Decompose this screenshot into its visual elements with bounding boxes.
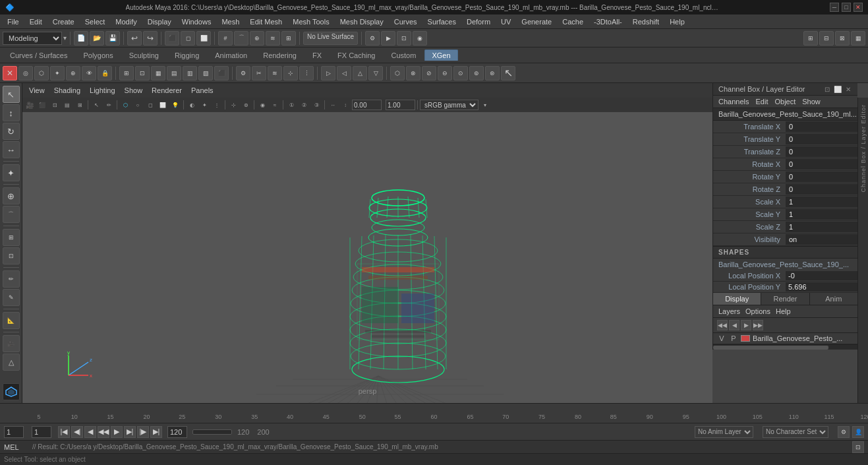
live-surface-button[interactable]: No Live Surface <box>303 32 358 45</box>
vp-tb-camera[interactable]: 🎥 <box>24 99 36 111</box>
vp-transform-input1[interactable] <box>352 100 382 110</box>
undo-button[interactable]: ↩ <box>127 31 142 46</box>
vp-tb-safe[interactable]: ⊞ <box>74 99 86 111</box>
camera-tool[interactable]: 🎥 <box>3 335 20 352</box>
layer-visibility[interactable]: V <box>717 334 726 342</box>
panel-scrollbar-thumb[interactable] <box>713 346 828 350</box>
tool-icon-23[interactable]: ▽ <box>368 66 383 80</box>
minimize-button[interactable]: ─ <box>830 3 839 12</box>
vp-menu-show[interactable]: Show <box>121 86 147 95</box>
menu-generate[interactable]: Generate <box>517 16 556 27</box>
measure-tool[interactable]: 📐 <box>3 312 20 329</box>
vp-grid-btn[interactable]: ⊹ <box>227 99 239 111</box>
tab-custom[interactable]: Custom <box>384 49 424 61</box>
snap-view-button[interactable]: ⊞ <box>281 31 296 46</box>
prev-frame-button[interactable]: ◀ <box>84 426 96 438</box>
tab-curves-surfaces[interactable]: Curves / Surfaces <box>3 49 74 61</box>
vp-gamma-select[interactable]: sRGB gamma <box>420 100 478 110</box>
vp-menu-shading[interactable]: Shading <box>50 86 84 95</box>
panel-ctrl-close[interactable]: ✕ <box>844 86 852 93</box>
maximize-button[interactable]: □ <box>842 3 851 12</box>
scale-tool[interactable]: ↔ <box>3 141 20 158</box>
ui-layout-button-4[interactable]: ▦ <box>851 31 865 46</box>
ch-val-visibility[interactable]: on <box>786 234 857 245</box>
ch-val-rotatex[interactable]: 0 <box>786 159 857 170</box>
menu-file[interactable]: File <box>3 16 24 27</box>
timeline[interactable]: 5 10 15 20 25 30 35 40 45 50 55 60 65 70… <box>0 403 868 423</box>
vp-tb-select[interactable]: ↖ <box>90 99 102 111</box>
panel-ctrl-undock[interactable]: ⊡ <box>823 86 831 93</box>
tool-icon-20[interactable]: ▷ <box>321 66 335 80</box>
vp-xray-joints[interactable]: ⋮ <box>211 99 223 111</box>
menu-windows[interactable]: Windows <box>177 16 216 27</box>
tool-icon-26[interactable]: ⊘ <box>422 66 436 80</box>
tool-icon-11[interactable]: ▤ <box>167 66 181 80</box>
layers-menu-layers[interactable]: Layers <box>718 307 740 315</box>
ui-layout-button-3[interactable]: ⊠ <box>835 31 850 46</box>
tool-icon-8[interactable]: ⊞ <box>119 66 134 80</box>
vp-res2[interactable]: ② <box>298 99 310 111</box>
vp-xray-btn[interactable]: ✦ <box>198 99 210 111</box>
menu-edit[interactable]: Edit <box>25 16 47 27</box>
script-mode-label[interactable]: MEL <box>4 443 27 451</box>
tab-animation[interactable]: Animation <box>208 49 254 61</box>
tool-icon-21[interactable]: ◁ <box>337 66 351 80</box>
vp-menu-lighting[interactable]: Lighting <box>86 86 119 95</box>
universal-manip[interactable]: ✦ <box>3 164 20 181</box>
ch-val-translatez[interactable]: 0 <box>786 146 857 157</box>
vp-menu-renderer[interactable]: Renderer <box>148 86 186 95</box>
play-forward-button[interactable]: ▶ <box>111 426 123 438</box>
paint-tool[interactable]: ✏ <box>3 270 20 288</box>
vp-shadow-btn[interactable]: ◐ <box>186 99 198 111</box>
tool-icon-24[interactable]: ⬡ <box>390 66 405 80</box>
menu-mesh-tools[interactable]: Mesh Tools <box>288 16 333 27</box>
tab-fx[interactable]: FX <box>305 49 329 61</box>
vp-aa[interactable]: ≈ <box>269 99 281 111</box>
menu-redshift[interactable]: Redshift <box>628 16 664 27</box>
script-editor-button[interactable]: ⊡ <box>852 441 864 453</box>
lasso-select-button[interactable]: ◻ <box>181 31 195 46</box>
vp-tb-paint[interactable]: ✏ <box>103 99 115 111</box>
menu-3dtoall[interactable]: -3DtoAll- <box>589 16 627 27</box>
tool-icon-22[interactable]: △ <box>353 66 367 80</box>
local-pos-val-x[interactable]: -0 <box>786 271 857 280</box>
tool-icon-14[interactable]: ⬛ <box>214 66 229 80</box>
layer-playback[interactable]: P <box>729 334 738 342</box>
paint-select-button[interactable]: ⬜ <box>196 31 211 46</box>
go-to-start-button[interactable]: |◀ <box>58 426 70 438</box>
vp-light-btn[interactable]: 💡 <box>169 99 181 111</box>
snap-curve-button[interactable]: ⌒ <box>234 31 248 46</box>
play-back-button[interactable]: ◀◀ <box>98 426 109 438</box>
tool-icon-7[interactable]: 🔒 <box>98 66 112 80</box>
tool-icon-9[interactable]: ⊡ <box>135 66 150 80</box>
layer-editor-btn[interactable]: ⊞ <box>3 229 20 246</box>
anim-layer-select[interactable]: No Anim Layer <box>695 426 753 438</box>
tab-rigging[interactable]: Rigging <box>167 49 206 61</box>
tool-icon-12[interactable]: ▥ <box>183 66 197 80</box>
layer-icon-next-next[interactable]: ▶▶ <box>753 320 763 330</box>
open-file-button[interactable]: 📂 <box>90 31 104 46</box>
local-pos-val-y[interactable]: 5.696 <box>786 282 857 292</box>
vp-gamma-arrow[interactable]: ▾ <box>479 99 491 111</box>
tool-icon-27[interactable]: ⊖ <box>438 66 452 80</box>
tool-icon-18[interactable]: ⊹ <box>283 66 298 80</box>
ui-layout-button-2[interactable]: ⊟ <box>819 31 834 46</box>
render-button[interactable]: ▶ <box>381 31 395 46</box>
vp-smooth-btn[interactable]: ○ <box>132 99 144 111</box>
ch-val-scaley[interactable]: 1 <box>786 209 857 220</box>
current-frame-input[interactable] <box>4 426 24 438</box>
vp-flat-btn[interactable]: ◻ <box>144 99 156 111</box>
menu-curves[interactable]: Curves <box>390 16 422 27</box>
go-to-end-button[interactable]: ▶| <box>150 426 162 438</box>
workspace-arrow[interactable]: ▾ <box>63 34 67 42</box>
menu-uv[interactable]: UV <box>496 16 515 27</box>
tool-icon-10[interactable]: ▦ <box>151 66 165 80</box>
annotate-tool[interactable]: ✎ <box>3 289 20 306</box>
frame-end-input[interactable] <box>167 426 187 438</box>
tool-icon-6[interactable]: 👁 <box>82 66 96 80</box>
vp-res1[interactable]: ① <box>285 99 297 111</box>
ipr-button[interactable]: ◉ <box>413 31 427 46</box>
menu-deform[interactable]: Deform <box>462 16 495 27</box>
menu-modify[interactable]: Modify <box>111 16 141 27</box>
tool-icon-25[interactable]: ⊗ <box>406 66 420 80</box>
